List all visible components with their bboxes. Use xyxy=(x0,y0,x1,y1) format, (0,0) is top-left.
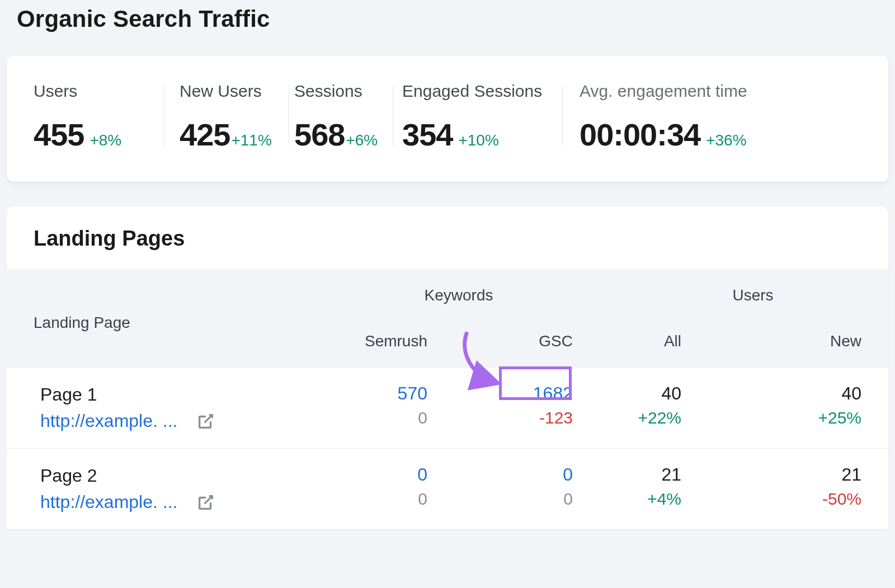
gsc-delta: -123 xyxy=(459,408,573,427)
gsc-delta: 0 xyxy=(459,490,573,509)
gsc-value: 1682 xyxy=(459,383,573,404)
landing-pages-title: Landing Pages xyxy=(7,206,888,270)
stat-value: 568 xyxy=(294,116,345,153)
stat-change: +11% xyxy=(231,131,271,149)
col-header-all[interactable]: All xyxy=(588,312,697,368)
cell-page: Page 1 http://example. ... xyxy=(7,368,329,449)
users-all-delta: +4% xyxy=(604,490,681,509)
stat-value: 354 xyxy=(402,116,453,153)
stat-sessions[interactable]: Sessions 568 +6% xyxy=(294,82,393,153)
stat-value-row: 568 +6% xyxy=(294,116,393,153)
stat-change: +8% xyxy=(90,131,121,149)
stat-value-row: 00:00:34 +36% xyxy=(580,116,861,153)
col-header-users: Users xyxy=(588,270,888,312)
page-url-link[interactable]: http://example. ... xyxy=(40,492,177,512)
stat-label: Sessions xyxy=(294,82,393,101)
cell-gsc[interactable]: 1682 -123 xyxy=(443,368,588,449)
col-header-keywords: Keywords xyxy=(329,270,588,312)
col-header-new[interactable]: New xyxy=(697,312,888,368)
page-title: Organic Search Traffic xyxy=(0,0,895,32)
stat-label: New Users xyxy=(180,82,288,101)
users-new-value: 21 xyxy=(713,464,861,485)
stat-value-row: 455 +8% xyxy=(34,116,163,153)
users-all-value: 40 xyxy=(604,383,681,404)
cell-semrush[interactable]: 0 0 xyxy=(329,449,443,530)
gsc-value: 0 xyxy=(459,464,573,485)
divider xyxy=(393,85,393,147)
page-url-row: http://example. ... xyxy=(40,411,313,431)
stat-label: Users xyxy=(34,82,163,101)
stat-value: 425 xyxy=(180,116,230,153)
divider xyxy=(163,85,164,147)
col-header-gsc[interactable]: GSC xyxy=(443,312,588,368)
col-header-semrush[interactable]: Semrush xyxy=(329,312,443,368)
users-all-value: 21 xyxy=(604,464,681,485)
landing-pages-card: Landing Pages Landing Page Keywords User… xyxy=(7,206,888,529)
stat-engaged-sessions[interactable]: Engaged Sessions 354 +10% xyxy=(402,82,562,153)
stat-users[interactable]: Users 455 +8% xyxy=(34,82,163,153)
page-url-link[interactable]: http://example. ... xyxy=(40,411,177,431)
semrush-value: 570 xyxy=(345,383,427,404)
stat-change: +10% xyxy=(458,131,498,149)
table-row: Page 1 http://example. ... 570 0 xyxy=(7,368,888,449)
stat-label: Avg. engagement time xyxy=(580,82,861,101)
page-name: Page 2 xyxy=(40,465,313,486)
landing-pages-table: Landing Page Keywords Users Semrush GSC … xyxy=(7,270,888,529)
page-name: Page 1 xyxy=(40,384,313,405)
users-new-value: 40 xyxy=(713,383,861,404)
cell-page: Page 2 http://example. ... xyxy=(7,449,329,530)
cell-users-new: 21 -50% xyxy=(697,449,888,530)
stat-value-row: 425 +11% xyxy=(180,116,288,153)
table-header-row: Landing Page Keywords Users xyxy=(7,270,888,312)
stat-change: +6% xyxy=(346,131,378,149)
cell-gsc[interactable]: 0 0 xyxy=(443,449,588,530)
col-header-landing-page[interactable]: Landing Page xyxy=(7,270,329,368)
external-link-icon[interactable] xyxy=(196,412,215,431)
stat-value: 455 xyxy=(34,116,84,153)
stat-new-users[interactable]: New Users 425 +11% xyxy=(180,82,288,153)
semrush-delta: 0 xyxy=(345,490,427,509)
stat-avg-engagement[interactable]: Avg. engagement time 00:00:34 +36% xyxy=(580,82,861,153)
external-link-icon[interactable] xyxy=(196,493,215,512)
divider xyxy=(562,85,563,147)
stats-card: Users 455 +8% New Users 425 +11% Session… xyxy=(7,56,888,182)
page-root: Organic Search Traffic Users 455 +8% New… xyxy=(0,0,895,588)
cell-users-new: 40 +25% xyxy=(697,368,888,449)
users-new-delta: +25% xyxy=(713,408,861,427)
semrush-delta: 0 xyxy=(345,408,427,427)
cell-semrush[interactable]: 570 0 xyxy=(329,368,443,449)
cell-users-all: 40 +22% xyxy=(588,368,697,449)
divider xyxy=(288,85,289,147)
stat-label: Engaged Sessions xyxy=(402,82,562,101)
stat-change: +36% xyxy=(706,131,746,149)
table-row: Page 2 http://example. ... 0 0 xyxy=(7,449,888,530)
users-new-delta: -50% xyxy=(713,490,861,509)
stat-value-row: 354 +10% xyxy=(402,116,562,153)
stat-value: 00:00:34 xyxy=(580,116,700,153)
cell-users-all: 21 +4% xyxy=(588,449,697,530)
semrush-value: 0 xyxy=(345,464,427,485)
page-url-row: http://example. ... xyxy=(40,492,313,512)
users-all-delta: +22% xyxy=(604,408,681,427)
